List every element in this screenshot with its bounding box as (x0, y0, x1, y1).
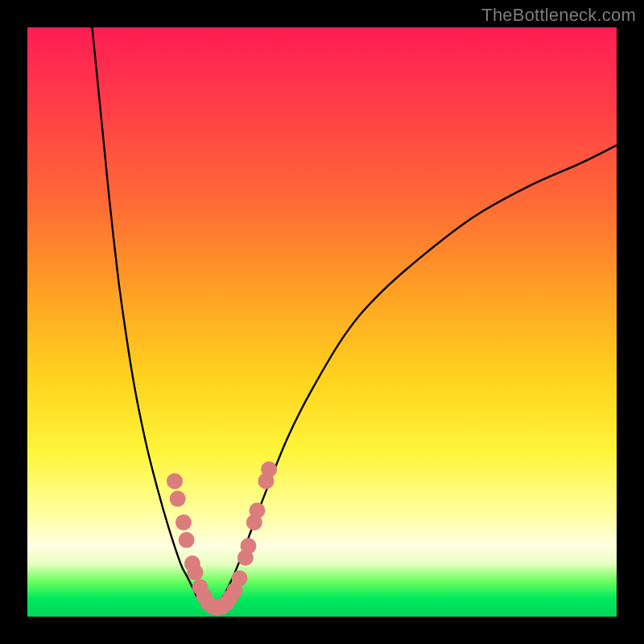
curve-layer (93, 27, 617, 611)
curve-right-branch (210, 145, 617, 610)
watermark-text: TheBottleneck.com (481, 5, 636, 26)
data-point (232, 570, 248, 586)
data-point (261, 461, 277, 477)
data-point (249, 502, 265, 518)
curve-left-branch (93, 27, 210, 611)
plot-area (27, 27, 617, 617)
data-point (179, 532, 195, 548)
data-point (188, 564, 204, 580)
data-point (241, 538, 257, 554)
data-point (175, 514, 192, 530)
chart-frame: TheBottleneck.com (0, 0, 644, 644)
chart-svg (27, 27, 617, 617)
data-point (170, 491, 186, 507)
data-point (167, 473, 183, 489)
dots-layer (167, 461, 277, 616)
